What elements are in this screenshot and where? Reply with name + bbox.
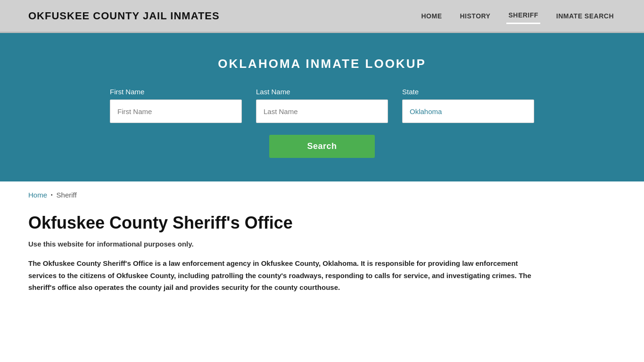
nav-item-sheriff[interactable]: SHERIFF bbox=[506, 8, 540, 24]
last-name-input[interactable] bbox=[256, 99, 388, 123]
search-button[interactable]: Search bbox=[269, 135, 374, 158]
breadcrumb-separator: • bbox=[51, 192, 53, 197]
site-title: OKFUSKEE COUNTY JAIL INMATES bbox=[28, 10, 220, 22]
state-group: State bbox=[402, 88, 534, 123]
search-form: First Name Last Name State Search bbox=[28, 88, 616, 158]
site-header: OKFUSKEE COUNTY JAIL INMATES HOME HISTOR… bbox=[0, 0, 644, 33]
state-label: State bbox=[402, 88, 419, 96]
last-name-label: Last Name bbox=[256, 88, 290, 96]
last-name-group: Last Name bbox=[256, 88, 388, 123]
first-name-group: First Name bbox=[110, 88, 242, 123]
content-subtitle: Use this website for informational purpo… bbox=[28, 240, 616, 248]
state-input[interactable] bbox=[402, 99, 534, 123]
breadcrumb-current: Sheriff bbox=[57, 191, 77, 199]
main-nav: HOME HISTORY SHERIFF INMATE SEARCH bbox=[420, 8, 616, 24]
content-description: The Okfuskee County Sheriff's Office is … bbox=[28, 257, 547, 294]
page-title: Okfuskee County Sheriff's Office bbox=[28, 213, 616, 233]
breadcrumb: Home • Sheriff bbox=[28, 191, 616, 199]
nav-item-inmate-search[interactable]: INMATE SEARCH bbox=[554, 8, 616, 24]
search-section-title: OKLAHOMA INMATE LOOKUP bbox=[28, 57, 616, 71]
first-name-label: First Name bbox=[110, 88, 144, 96]
content-section: Okfuskee County Sheriff's Office Use thi… bbox=[0, 204, 644, 313]
search-section: OKLAHOMA INMATE LOOKUP First Name Last N… bbox=[0, 33, 644, 181]
nav-item-history[interactable]: HISTORY bbox=[458, 8, 493, 24]
breadcrumb-section: Home • Sheriff bbox=[0, 181, 644, 204]
first-name-input[interactable] bbox=[110, 99, 242, 123]
breadcrumb-home-link[interactable]: Home bbox=[28, 191, 47, 199]
nav-item-home[interactable]: HOME bbox=[420, 8, 444, 24]
search-fields-row: First Name Last Name State bbox=[110, 88, 534, 123]
